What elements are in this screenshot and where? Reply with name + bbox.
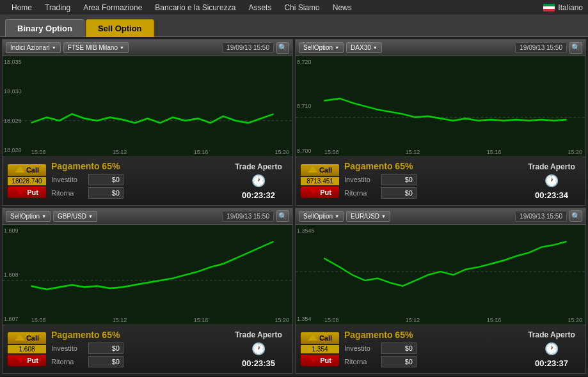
payment-row-ritorna-1: Ritorna (51, 187, 225, 199)
italian-flag (543, 4, 555, 12)
call-arrow-icon (15, 166, 25, 173)
trade-info-4: Trade Aperto 🕐 00:23:37 (523, 330, 580, 368)
put-arrow-icon (308, 357, 319, 363)
trade-title-1: Trade Aperto (230, 162, 287, 171)
trade-title-4: Trade Aperto (523, 330, 580, 339)
payment-info-2: Pagamento 65% Investito Ritorna (344, 161, 518, 201)
payment-row-investito-3: Investito (51, 342, 225, 354)
datetime-badge-3: 19/09/13 15:50 (222, 211, 274, 222)
payment-info-1: Pagamento 65% Investito Ritorna (51, 161, 225, 201)
chart-area-1: 18,03518,03018,02518,020 15:0815:1215:16… (3, 56, 292, 157)
chart-svg-1 (3, 56, 292, 157)
investito-label-4: Investito (344, 344, 377, 352)
nav-assets[interactable]: Assets (242, 0, 278, 15)
put-button-1[interactable]: Put (8, 187, 46, 198)
market1-dropdown-4[interactable]: SellOption (299, 211, 344, 222)
ritorna-input-2[interactable] (381, 187, 417, 199)
chart-svg-3 (3, 225, 292, 325)
payment-row-ritorna-2: Ritorna (344, 187, 518, 199)
call-value-3: 1.608 (8, 345, 46, 353)
tab-binary-option[interactable]: Binary Option (5, 19, 84, 37)
ritorna-input-3[interactable] (88, 356, 123, 367)
market1-dropdown-3[interactable]: SellOption (6, 211, 51, 222)
payment-title-3: Pagamento 65% (51, 330, 225, 340)
call-button-1[interactable]: Call (8, 164, 46, 176)
chart-svg-2 (296, 56, 585, 157)
market2-dropdown-4[interactable]: EUR/USD (346, 211, 390, 222)
call-put-buttons-1: Call 18028.740 Put (8, 164, 46, 198)
investito-input-4[interactable] (381, 342, 417, 354)
nav-news[interactable]: News (326, 0, 358, 15)
chart-header-3: SellOption GBP/USD 19/09/13 15:50 🔍 (3, 208, 292, 225)
investito-label-1: Investito (51, 176, 84, 183)
put-button-4[interactable]: Put (301, 355, 339, 366)
market1-dropdown-1[interactable]: Indici Azionari (6, 42, 61, 53)
call-value-2: 8713.451 (301, 177, 339, 185)
payment-row-investito-2: Investito (344, 174, 518, 185)
ritorna-input-4[interactable] (381, 356, 417, 367)
trade-timer-1: 00:23:32 (230, 190, 287, 200)
datetime-badge-2: 19/09/13 15:50 (515, 42, 567, 53)
language-label: Italiano (558, 3, 583, 12)
market2-dropdown-3[interactable]: GBP/USD (53, 211, 97, 222)
market2-dropdown-1[interactable]: FTSE MIB Milano (63, 42, 129, 53)
bottom-panel-2: Call 8713.451 Put Pagamento 65% Investit… (296, 157, 585, 205)
payment-row-investito-4: Investito (344, 342, 518, 354)
payment-title-4: Pagamento 65% (344, 330, 518, 340)
market2-dropdown-2[interactable]: DAX30 (346, 42, 382, 53)
put-button-3[interactable]: Put (8, 355, 46, 366)
call-put-buttons-3: Call 1.608 Put (8, 332, 46, 366)
call-arrow-icon (308, 166, 318, 173)
call-value-1: 18028.740 (8, 177, 46, 185)
chart-area-2: 8,7208,7108,700 15:0815:1215:1615:20 (296, 56, 585, 157)
call-button-2[interactable]: Call (301, 164, 339, 176)
ritorna-label-2: Ritorna (344, 189, 377, 197)
payment-row-ritorna-3: Ritorna (51, 356, 225, 367)
zoom-btn-1[interactable]: 🔍 (276, 42, 289, 54)
ritorna-label-4: Ritorna (344, 358, 377, 365)
payment-row-ritorna-4: Ritorna (344, 356, 518, 367)
trade-timer-2: 00:23:34 (523, 190, 580, 200)
tab-sell-option[interactable]: Sell Option (86, 19, 154, 37)
zoom-btn-2[interactable]: 🔍 (569, 42, 582, 54)
chart-header-4: SellOption EUR/USD 19/09/13 15:50 🔍 (296, 208, 585, 225)
call-put-buttons-2: Call 8713.451 Put (301, 164, 339, 198)
trade-timer-3: 00:23:35 (230, 358, 287, 368)
trade-title-3: Trade Aperto (230, 330, 287, 339)
chart-header-2: SellOption DAX30 19/09/13 15:50 🔍 (296, 40, 585, 56)
nav-area-formazione[interactable]: Area Formazione (77, 0, 148, 15)
trade-info-1: Trade Aperto 🕐 00:23:32 (230, 162, 287, 200)
nav-trading[interactable]: Trading (38, 0, 77, 15)
call-put-buttons-4: Call 1.354 Put (301, 332, 339, 366)
put-button-2[interactable]: Put (301, 187, 339, 198)
call-arrow-icon (15, 334, 25, 341)
investito-input-2[interactable] (381, 174, 417, 185)
payment-title-1: Pagamento 65% (51, 161, 225, 171)
chart-header-1: Indici Azionari FTSE MIB Milano 19/09/13… (3, 40, 292, 56)
payment-info-3: Pagamento 65% Investito Ritorna (51, 330, 225, 369)
clock-icon-3: 🕐 (230, 342, 287, 356)
ritorna-input-1[interactable] (88, 187, 123, 199)
trade-info-2: Trade Aperto 🕐 00:23:34 (523, 162, 580, 200)
zoom-btn-4[interactable]: 🔍 (569, 210, 582, 222)
datetime-badge-4: 19/09/13 15:50 (515, 211, 567, 222)
market1-dropdown-2[interactable]: SellOption (299, 42, 344, 53)
put-arrow-icon (15, 188, 26, 195)
chart-panel-1: Indici Azionari FTSE MIB Milano 19/09/13… (2, 39, 293, 206)
ritorna-label-3: Ritorna (51, 358, 84, 365)
investito-input-1[interactable] (88, 174, 123, 185)
nav-chi-siamo[interactable]: Chi Siamo (278, 0, 326, 15)
nav-home[interactable]: Home (5, 0, 38, 15)
zoom-btn-3[interactable]: 🔍 (276, 210, 289, 222)
call-button-4[interactable]: Call (301, 332, 339, 344)
tabs-bar: Binary Option Sell Option (0, 15, 588, 37)
chart-panel-4: SellOption EUR/USD 19/09/13 15:50 🔍 1.35… (295, 208, 586, 374)
language-selector[interactable]: Italiano (543, 3, 583, 12)
call-arrow-icon (308, 334, 318, 341)
bottom-panel-1: Call 18028.740 Put Pagamento 65% Investi… (3, 157, 292, 205)
bottom-panel-4: Call 1.354 Put Pagamento 65% Investito R… (296, 325, 585, 373)
nav-bancario[interactable]: Bancario e la Sicurezza (148, 0, 242, 15)
investito-input-3[interactable] (88, 342, 123, 354)
chart-panel-2: SellOption DAX30 19/09/13 15:50 🔍 8,7208… (295, 39, 586, 206)
call-button-3[interactable]: Call (8, 332, 46, 344)
